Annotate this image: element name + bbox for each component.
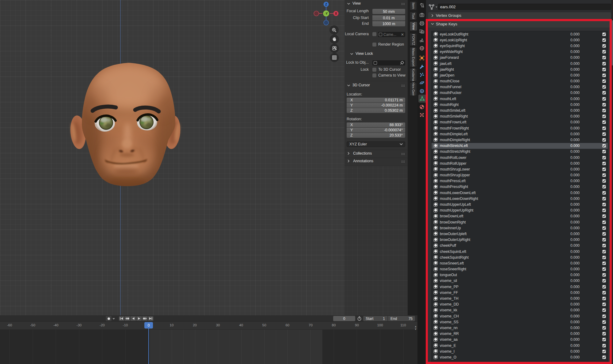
svg-text:-Y: -Y [325,12,328,15]
svg-text:Z: Z [325,3,327,6]
svg-text:X: X [335,12,337,15]
